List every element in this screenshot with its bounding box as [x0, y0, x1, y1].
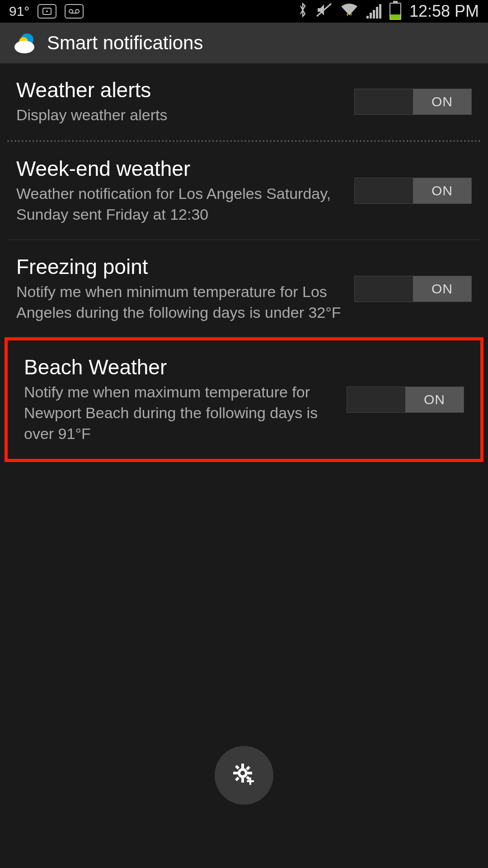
svg-rect-10 — [241, 764, 244, 768]
battery-icon — [389, 3, 401, 20]
toggle-label: ON — [413, 89, 471, 114]
mute-icon — [316, 3, 332, 20]
svg-rect-13 — [248, 772, 252, 774]
setting-desc: Notify me when maximum temperature for N… — [24, 382, 338, 444]
highlighted-setting: Beach Weather Notify me when maximum tem… — [5, 337, 483, 462]
cast-icon — [38, 4, 56, 19]
page-title: Smart notifications — [47, 32, 203, 54]
toggle-label: ON — [405, 387, 464, 412]
setting-beach-weather[interactable]: Beach Weather Notify me when maximum tem… — [8, 340, 480, 459]
svg-point-2 — [69, 9, 73, 13]
status-bar: 91° 12:58 PM — [0, 0, 488, 23]
wifi-icon — [340, 3, 358, 20]
svg-rect-17 — [246, 766, 250, 770]
toggle-label: ON — [413, 276, 471, 302]
setting-title: Freezing point — [16, 255, 345, 279]
svg-rect-12 — [233, 772, 238, 774]
toggle-weather-alerts[interactable]: ON — [354, 89, 472, 115]
setting-desc: Weather notification for Los Angeles Sat… — [16, 184, 345, 225]
toggle-beach-weather[interactable]: ON — [347, 387, 464, 413]
toggle-weekend-weather[interactable]: ON — [354, 178, 472, 204]
app-header: Smart notifications — [0, 23, 488, 63]
setting-desc: Display weather alerts — [16, 105, 345, 126]
svg-rect-16 — [235, 777, 239, 781]
status-temp: 91° — [9, 4, 29, 19]
status-time: 12:58 PM — [409, 2, 479, 21]
setting-title: Weather alerts — [16, 78, 345, 102]
setting-weekend-weather[interactable]: Week-end weather Weather notification fo… — [0, 142, 488, 240]
svg-rect-19 — [247, 780, 254, 782]
toggle-label: ON — [413, 178, 471, 203]
gear-plus-icon — [230, 761, 258, 790]
svg-point-8 — [14, 41, 34, 53]
svg-point-1 — [46, 10, 48, 12]
bluetooth-icon — [298, 2, 308, 21]
voicemail-icon — [65, 4, 84, 19]
setting-freezing-point[interactable]: Freezing point Notify me when minimum te… — [0, 240, 488, 338]
settings-list: Weather alerts Display weather alerts ON… — [0, 63, 488, 462]
signal-icon — [366, 4, 381, 19]
svg-rect-11 — [241, 778, 244, 783]
setting-desc: Notify me when minimum temperature for L… — [16, 282, 345, 323]
svg-rect-14 — [235, 765, 239, 769]
setting-title: Week-end weather — [16, 156, 345, 181]
setting-weather-alerts[interactable]: Weather alerts Display weather alerts ON — [0, 63, 488, 140]
setting-title: Beach Weather — [24, 355, 338, 379]
toggle-freezing-point[interactable]: ON — [354, 276, 472, 302]
weather-app-icon — [13, 31, 37, 55]
add-settings-button[interactable] — [215, 746, 273, 805]
svg-point-9 — [239, 769, 246, 777]
svg-point-3 — [75, 9, 79, 13]
